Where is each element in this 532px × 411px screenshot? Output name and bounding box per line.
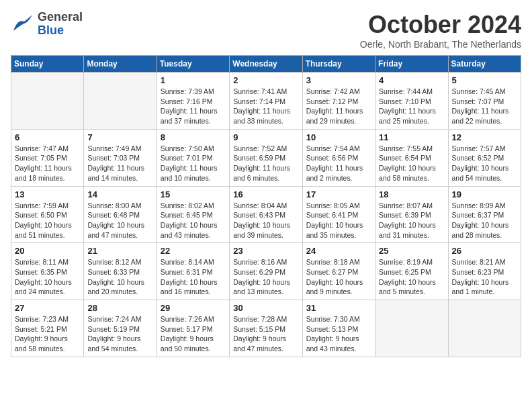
calendar-cell: 17 Sunrise: 8:05 AMSunset: 6:41 PMDaylig…: [302, 186, 375, 243]
calendar-cell: 26 Sunrise: 8:21 AMSunset: 6:23 PMDaylig…: [448, 243, 521, 300]
day-number: 11: [379, 132, 444, 142]
calendar-cell: 10 Sunrise: 7:54 AMSunset: 6:56 PMDaylig…: [302, 129, 375, 186]
day-number: 1: [161, 75, 226, 85]
calendar-cell: 25 Sunrise: 8:19 AMSunset: 6:25 PMDaylig…: [375, 243, 448, 300]
day-info: Sunrise: 8:18 AMSunset: 6:27 PMDaylight:…: [306, 257, 371, 297]
day-info: Sunrise: 7:24 AMSunset: 5:19 PMDaylight:…: [87, 314, 152, 354]
day-info: Sunrise: 8:02 AMSunset: 6:45 PMDaylight:…: [161, 201, 226, 240]
calendar-cell: 20 Sunrise: 8:11 AMSunset: 6:35 PMDaylig…: [11, 243, 84, 300]
calendar-table: SundayMondayTuesdayWednesdayThursdayFrid…: [11, 55, 521, 357]
calendar-cell: 23 Sunrise: 8:16 AMSunset: 6:29 PMDaylig…: [230, 243, 302, 300]
day-number: 4: [379, 75, 444, 85]
calendar-week-row: 27 Sunrise: 7:23 AMSunset: 5:21 PMDaylig…: [11, 300, 521, 357]
day-number: 31: [306, 303, 371, 313]
day-info: Sunrise: 7:42 AMSunset: 7:12 PMDaylight:…: [306, 87, 371, 126]
day-info: Sunrise: 7:44 AMSunset: 7:10 PMDaylight:…: [379, 87, 444, 126]
day-number: 14: [87, 189, 152, 199]
day-number: 10: [306, 132, 371, 142]
day-number: 19: [452, 189, 517, 199]
location: Oerle, North Brabant, The Netherlands: [360, 39, 521, 50]
calendar-cell: 29 Sunrise: 7:26 AMSunset: 5:17 PMDaylig…: [157, 300, 229, 357]
day-number: 8: [161, 132, 226, 142]
calendar-cell: 9 Sunrise: 7:52 AMSunset: 6:59 PMDayligh…: [230, 129, 302, 186]
day-info: Sunrise: 7:54 AMSunset: 6:56 PMDaylight:…: [306, 144, 371, 183]
day-number: 26: [452, 246, 517, 256]
day-info: Sunrise: 8:07 AMSunset: 6:39 PMDaylight:…: [379, 201, 444, 240]
day-info: Sunrise: 7:45 AMSunset: 7:07 PMDaylight:…: [452, 87, 517, 126]
calendar-cell: 4 Sunrise: 7:44 AMSunset: 7:10 PMDayligh…: [375, 73, 448, 130]
day-number: 5: [452, 75, 517, 85]
day-number: 21: [87, 246, 152, 256]
calendar-cell: 30 Sunrise: 7:28 AMSunset: 5:15 PMDaylig…: [230, 300, 302, 357]
weekday-header: Saturday: [448, 56, 521, 73]
day-info: Sunrise: 8:19 AMSunset: 6:25 PMDaylight:…: [379, 257, 444, 297]
day-info: Sunrise: 7:55 AMSunset: 6:54 PMDaylight:…: [379, 144, 444, 183]
title-block: October 2024 Oerle, North Brabant, The N…: [360, 11, 521, 50]
calendar-cell: 7 Sunrise: 7:49 AMSunset: 7:03 PMDayligh…: [84, 129, 157, 186]
weekday-header: Thursday: [302, 56, 375, 73]
calendar-cell: 22 Sunrise: 8:14 AMSunset: 6:31 PMDaylig…: [157, 243, 229, 300]
day-info: Sunrise: 7:39 AMSunset: 7:16 PMDaylight:…: [161, 87, 226, 126]
day-number: 16: [233, 189, 298, 199]
calendar-cell: 21 Sunrise: 8:12 AMSunset: 6:33 PMDaylig…: [84, 243, 157, 300]
calendar-cell: 12 Sunrise: 7:57 AMSunset: 6:52 PMDaylig…: [448, 129, 521, 186]
logo-blue: Blue: [38, 24, 83, 38]
page-header: General Blue October 2024 Oerle, North B…: [11, 11, 521, 50]
day-info: Sunrise: 7:41 AMSunset: 7:14 PMDaylight:…: [233, 87, 298, 126]
calendar-cell: 6 Sunrise: 7:47 AMSunset: 7:05 PMDayligh…: [11, 129, 84, 186]
logo-general: General: [38, 11, 83, 24]
day-info: Sunrise: 8:00 AMSunset: 6:48 PMDaylight:…: [87, 201, 152, 240]
calendar-cell: 14 Sunrise: 8:00 AMSunset: 6:48 PMDaylig…: [84, 186, 157, 243]
day-info: Sunrise: 8:12 AMSunset: 6:33 PMDaylight:…: [87, 257, 152, 297]
day-number: 2: [233, 75, 298, 85]
day-number: 3: [306, 75, 371, 85]
calendar-cell: 11 Sunrise: 7:55 AMSunset: 6:54 PMDaylig…: [375, 129, 448, 186]
calendar-week-row: 1 Sunrise: 7:39 AMSunset: 7:16 PMDayligh…: [11, 73, 521, 130]
weekday-header: Monday: [84, 56, 157, 73]
weekday-header: Sunday: [11, 56, 84, 73]
calendar-cell: 24 Sunrise: 8:18 AMSunset: 6:27 PMDaylig…: [302, 243, 375, 300]
day-number: 13: [15, 189, 80, 199]
calendar-cell: 16 Sunrise: 8:04 AMSunset: 6:43 PMDaylig…: [230, 186, 302, 243]
calendar-cell: 1 Sunrise: 7:39 AMSunset: 7:16 PMDayligh…: [157, 73, 229, 130]
day-number: 30: [233, 303, 298, 313]
calendar-cell: 18 Sunrise: 8:07 AMSunset: 6:39 PMDaylig…: [375, 186, 448, 243]
day-info: Sunrise: 7:28 AMSunset: 5:15 PMDaylight:…: [233, 314, 298, 354]
calendar-cell: 13 Sunrise: 7:59 AMSunset: 6:50 PMDaylig…: [11, 186, 84, 243]
calendar-cell: 3 Sunrise: 7:42 AMSunset: 7:12 PMDayligh…: [302, 73, 375, 130]
day-number: 27: [15, 303, 80, 313]
calendar-cell: 8 Sunrise: 7:50 AMSunset: 7:01 PMDayligh…: [157, 129, 229, 186]
day-info: Sunrise: 7:50 AMSunset: 7:01 PMDaylight:…: [161, 144, 226, 183]
day-number: 15: [161, 189, 226, 199]
day-number: 17: [306, 189, 371, 199]
day-number: 22: [161, 246, 226, 256]
calendar-cell: 27 Sunrise: 7:23 AMSunset: 5:21 PMDaylig…: [11, 300, 84, 357]
day-info: Sunrise: 8:04 AMSunset: 6:43 PMDaylight:…: [233, 201, 298, 240]
day-info: Sunrise: 7:57 AMSunset: 6:52 PMDaylight:…: [452, 144, 517, 183]
day-info: Sunrise: 8:09 AMSunset: 6:37 PMDaylight:…: [452, 201, 517, 240]
calendar-cell: 28 Sunrise: 7:24 AMSunset: 5:19 PMDaylig…: [84, 300, 157, 357]
weekday-header: Friday: [375, 56, 448, 73]
calendar-cell: 31 Sunrise: 7:30 AMSunset: 5:13 PMDaylig…: [302, 300, 375, 357]
month-title: October 2024: [360, 11, 521, 39]
day-info: Sunrise: 7:26 AMSunset: 5:17 PMDaylight:…: [161, 314, 226, 354]
calendar-week-row: 13 Sunrise: 7:59 AMSunset: 6:50 PMDaylig…: [11, 186, 521, 243]
calendar-cell: [375, 300, 448, 357]
day-info: Sunrise: 8:05 AMSunset: 6:41 PMDaylight:…: [306, 201, 371, 240]
calendar-cell: [11, 73, 84, 130]
logo: General Blue: [11, 11, 83, 38]
weekday-header: Tuesday: [157, 56, 229, 73]
day-info: Sunrise: 7:59 AMSunset: 6:50 PMDaylight:…: [15, 201, 80, 240]
day-info: Sunrise: 7:30 AMSunset: 5:13 PMDaylight:…: [306, 314, 371, 354]
day-info: Sunrise: 8:21 AMSunset: 6:23 PMDaylight:…: [452, 257, 517, 297]
day-number: 12: [452, 132, 517, 142]
calendar-cell: 2 Sunrise: 7:41 AMSunset: 7:14 PMDayligh…: [230, 73, 302, 130]
day-number: 29: [161, 303, 226, 313]
calendar-cell: 5 Sunrise: 7:45 AMSunset: 7:07 PMDayligh…: [448, 73, 521, 130]
calendar-cell: [84, 73, 157, 130]
day-info: Sunrise: 7:47 AMSunset: 7:05 PMDaylight:…: [15, 144, 80, 183]
weekday-header: Wednesday: [230, 56, 302, 73]
calendar-cell: [448, 300, 521, 357]
day-info: Sunrise: 7:52 AMSunset: 6:59 PMDaylight:…: [233, 144, 298, 183]
calendar-week-row: 20 Sunrise: 8:11 AMSunset: 6:35 PMDaylig…: [11, 243, 521, 300]
